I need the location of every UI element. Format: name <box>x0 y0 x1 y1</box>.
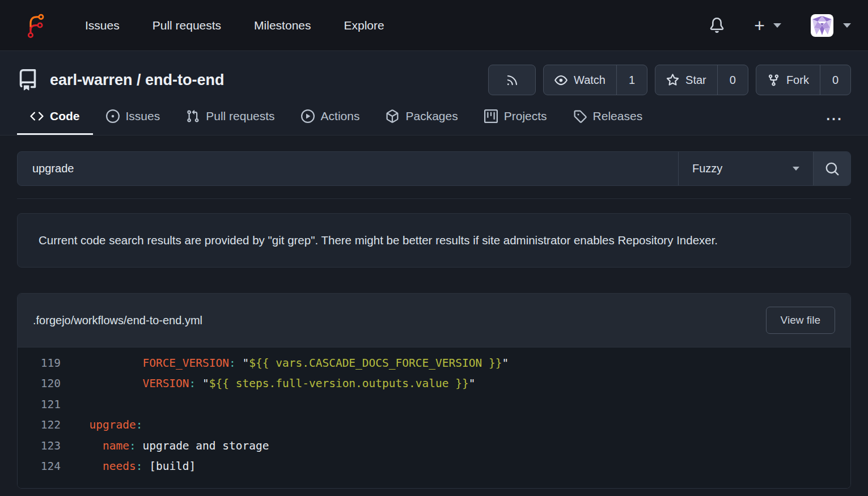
line-number: 120 <box>18 377 61 390</box>
search-mode-label: Fuzzy <box>692 162 722 175</box>
tab-label: Issues <box>126 109 160 123</box>
nav-right: + <box>709 14 851 37</box>
line-number: 122 <box>18 418 61 431</box>
top-navbar: IssuesPull requestsMilestonesExplore + <box>0 0 868 51</box>
repo-tabs: CodeIssuesPull requestsActionsPackagesPr… <box>17 107 851 135</box>
chevron-down-icon <box>793 167 799 171</box>
search-button[interactable] <box>813 152 850 185</box>
nav-link-issues[interactable]: Issues <box>85 19 120 32</box>
tab-label: Actions <box>321 109 360 123</box>
code-line: 123 name: upgrade and storage <box>18 435 850 456</box>
tab-label: Pull requests <box>206 109 274 123</box>
code-text: needs: [build] <box>76 460 196 473</box>
code-line: 121 <box>18 394 850 415</box>
nav-link-explore[interactable]: Explore <box>344 19 384 32</box>
user-menu[interactable] <box>811 14 851 37</box>
star-label: Star <box>685 74 706 87</box>
tab-label: Projects <box>504 109 547 123</box>
code-line: 119 FORCE_VERSION: "${{ vars.CASCADE_DOC… <box>18 353 850 374</box>
line-number: 124 <box>18 460 61 473</box>
view-file-button[interactable]: View file <box>766 307 835 334</box>
issue-icon <box>106 109 120 123</box>
code-snippet: 119 FORCE_VERSION: "${{ vars.CASCADE_DOC… <box>18 347 850 488</box>
line-number: 121 <box>18 398 61 411</box>
chevron-down-icon <box>843 23 851 28</box>
actions-icon <box>301 109 315 123</box>
tab-label: Releases <box>593 109 643 123</box>
package-icon <box>386 109 399 123</box>
repository-icon <box>17 69 39 91</box>
search-input[interactable] <box>18 152 678 185</box>
tab-packages[interactable]: Packages <box>372 109 471 135</box>
rss-icon <box>506 74 519 87</box>
code-text: FORCE_VERSION: "${{ vars.CASCADE_DOCS_FO… <box>76 357 509 370</box>
line-number: 119 <box>18 357 61 370</box>
chevron-down-icon <box>773 23 781 28</box>
nav-links: IssuesPull requestsMilestonesExplore <box>85 19 384 32</box>
fork-label: Fork <box>786 74 809 87</box>
plus-icon: + <box>754 16 765 35</box>
code-text: VERSION: "${{ steps.full-version.outputs… <box>76 377 475 390</box>
notifications-bell-icon[interactable] <box>709 18 725 33</box>
avatar <box>811 14 833 37</box>
create-new-dropdown[interactable]: + <box>754 16 781 35</box>
code-text: name: upgrade and storage <box>76 439 269 452</box>
eye-icon <box>554 74 568 87</box>
tab-pull-requests[interactable]: Pull requests <box>173 109 287 135</box>
code-icon <box>30 109 44 123</box>
tabs-overflow-menu[interactable]: ... <box>818 107 851 135</box>
main-content: Fuzzy Current code search results are pr… <box>0 151 868 489</box>
nav-link-milestones[interactable]: Milestones <box>254 19 311 32</box>
watch-count[interactable]: 1 <box>616 65 647 95</box>
star-count[interactable]: 0 <box>717 65 748 95</box>
repo-action-buttons: Watch 1 Star 0 Fork 0 <box>488 65 851 95</box>
section-divider <box>17 198 851 199</box>
rss-feed-button[interactable] <box>488 65 536 95</box>
tag-icon <box>573 109 587 123</box>
tab-actions[interactable]: Actions <box>288 109 373 135</box>
code-text: upgrade: <box>76 418 142 431</box>
star-icon <box>666 74 679 87</box>
forgejo-logo-icon[interactable] <box>24 9 50 42</box>
code-line: 120 VERSION: "${{ steps.full-version.out… <box>18 374 850 395</box>
tab-issues[interactable]: Issues <box>93 109 173 135</box>
fork-button[interactable]: Fork 0 <box>756 65 851 95</box>
line-number: 123 <box>18 439 61 452</box>
watch-button[interactable]: Watch 1 <box>543 65 647 95</box>
repo-name-link[interactable]: end-to-end <box>145 71 224 88</box>
code-line: 122 upgrade: <box>18 415 850 436</box>
star-button[interactable]: Star 0 <box>655 65 748 95</box>
code-search-bar: Fuzzy <box>17 151 851 186</box>
tab-label: Packages <box>405 109 458 123</box>
repo-title-separator: / <box>133 71 146 88</box>
tab-label: Code <box>50 109 80 123</box>
indexer-notice: Current code search results are provided… <box>17 213 851 268</box>
search-mode-select[interactable]: Fuzzy <box>678 152 813 185</box>
result-file-path[interactable]: .forgejo/workflows/end-to-end.yml <box>33 314 202 327</box>
repo-header: earl-warren / end-to-end Watch 1 Star 0 <box>0 51 868 135</box>
code-line: 124 needs: [build] <box>18 456 850 477</box>
tab-releases[interactable]: Releases <box>560 109 656 135</box>
result-file-header: .forgejo/workflows/end-to-end.yml View f… <box>18 294 850 347</box>
tab-projects[interactable]: Projects <box>471 109 560 135</box>
project-icon <box>484 109 498 123</box>
tab-code[interactable]: Code <box>17 109 93 135</box>
repo-owner-link[interactable]: earl-warren <box>50 71 133 88</box>
git-fork-icon <box>767 74 780 87</box>
fork-count[interactable]: 0 <box>820 65 850 95</box>
pull-request-icon <box>186 109 200 123</box>
nav-link-pull-requests[interactable]: Pull requests <box>153 19 221 32</box>
repo-title: earl-warren / end-to-end <box>50 71 225 89</box>
watch-label: Watch <box>574 74 606 87</box>
search-result-card: .forgejo/workflows/end-to-end.yml View f… <box>17 293 851 489</box>
search-icon <box>825 162 840 176</box>
